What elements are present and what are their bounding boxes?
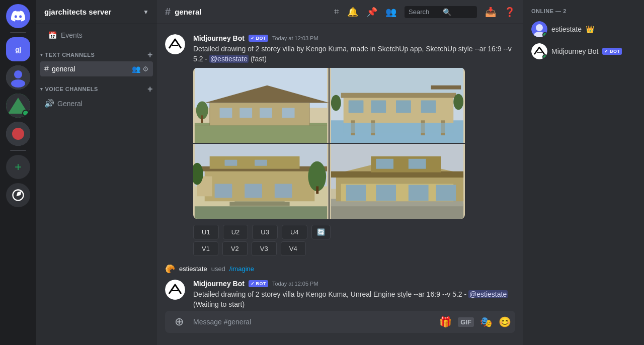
hashtag-header-icon[interactable]: ⌗ [334,7,339,17]
message-time-1: Today at 12:03 PM [272,35,318,41]
text-channels-category[interactable]: ▾ TEXT CHANNELS + [36,42,157,61]
channel-settings-icon[interactable]: ⚙ [142,65,149,73]
channel-name-label: general [52,65,75,73]
v4-button[interactable]: V4 [281,241,306,256]
channel-members-icon[interactable]: 👥 [132,65,140,73]
member-item-estiestate[interactable]: estiestate 👑 [527,18,640,40]
sidebar-content: 📅 Events ▾ TEXT CHANNELS + # general 👥 ⚙… [36,24,157,345]
add-server-button[interactable]: + [6,155,30,179]
image-grid-1[interactable] [193,68,465,219]
channel-title: general [175,8,201,16]
hash-icon: # [44,64,49,73]
server-avatar-3[interactable] [6,94,30,118]
svg-rect-34 [396,101,411,113]
calendar-icon: 📅 [48,31,57,39]
help-icon[interactable]: ❓ [504,7,515,18]
voice-channel-item-general[interactable]: 🔊 General [40,96,153,111]
v2-button[interactable]: V2 [222,241,248,256]
discover-button[interactable] [6,183,30,207]
channel-hash-icon: # [165,6,171,18]
input-actions: 🎁 GIF 🎭 😊 [439,316,511,328]
svg-rect-52 [255,160,267,166]
search-bar[interactable]: Search 🔍 [405,6,477,18]
emoji-icon[interactable]: 😊 [499,316,511,328]
bot-badge-1: ✓ BOT [249,35,268,42]
image-cell-tr [330,68,465,143]
category-chevron-icon: ▾ [40,52,43,57]
server-avatar-4[interactable] [6,122,30,146]
pin-icon[interactable]: 📌 [366,7,377,18]
message-content-1: Midjourney Bot ✓ BOT Today at 12:03 PM D… [193,34,515,258]
gift-icon[interactable]: 🎁 [439,316,452,328]
add-text-channel-button[interactable]: + [147,50,153,59]
server-name-header[interactable]: gjarchitects server ▼ [36,0,157,24]
server-divider-2 [10,150,26,151]
verified-check-icon-2: ✓ [251,281,255,286]
message-text-1: Detailed drawing of 2 storey villa by Ke… [193,44,515,64]
svg-point-2 [11,79,25,88]
v1-button[interactable]: V1 [193,241,218,256]
sticker-icon[interactable]: 🎭 [480,316,493,328]
voice-channels-category[interactable]: ▾ VOICE CHANNELS + [36,76,157,96]
svg-rect-69 [409,159,426,169]
svg-rect-48 [215,184,232,198]
sidebar-item-events[interactable]: 📅 Events [40,28,153,42]
context-message: 🥐 estiestate used /imagine [157,262,523,276]
mention-estiestate[interactable]: @estiestate [209,55,249,63]
message-input-field[interactable] [193,312,435,331]
message-header-1: Midjourney Bot ✓ BOT Today at 12:03 PM [193,34,515,42]
member-item-midjourney[interactable]: Midjourney Bot ✓ BOT [527,40,640,62]
refresh-button[interactable]: 🔄 [311,225,331,239]
add-voice-channel-button[interactable]: + [147,84,153,94]
image-cell-tl [193,68,329,143]
channel-actions: 👥 ⚙ [132,65,149,73]
image-cell-br [330,144,465,219]
svg-rect-27 [431,85,461,90]
inbox-icon[interactable]: 📥 [485,7,496,18]
online-header: ONLINE — 2 [527,8,640,14]
main-content: # general ⌗ 🔔 📌 👥 Search 🔍 📥 ❓ [157,0,523,345]
u1-button[interactable]: U1 [193,225,219,239]
midjourney-avatar-2 [165,280,185,300]
svg-marker-41 [195,206,327,219]
channel-item-general[interactable]: # general 👥 ⚙ [40,61,153,76]
attach-button[interactable]: ⊕ [169,311,189,333]
server-avatar-1[interactable]: gj [6,37,30,61]
bell-icon[interactable]: 🔔 [347,7,358,18]
u4-button[interactable]: U4 [282,225,307,239]
svg-point-37 [331,95,341,111]
u3-button[interactable]: U3 [252,225,278,239]
svg-rect-66 [409,185,429,201]
message-text-2: Detailed drawing of 2 storey villa by Ke… [193,290,515,309]
svg-rect-13 [220,108,232,118]
events-label: Events [61,31,83,39]
member-emoji-estiestate: 👑 [586,25,594,33]
discord-home-button[interactable] [6,4,30,28]
svg-rect-68 [376,159,393,169]
svg-rect-18 [201,116,203,123]
svg-rect-35 [421,101,436,113]
gif-button[interactable]: GIF [458,317,474,327]
context-command: /imagine [229,265,254,273]
server-avatar-2[interactable] [6,65,30,90]
server-name-label: gjarchitects server [44,8,111,16]
channel-header: # general ⌗ 🔔 📌 👥 Search 🔍 📥 ❓ [157,0,523,24]
v3-button[interactable]: V3 [252,241,277,256]
message-content-2: Midjourney Bot ✓ BOT Today at 12:05 PM D… [193,280,515,311]
right-sidebar: ONLINE — 2 estiestate 👑 Midjourney Bot ✓ [523,0,644,345]
svg-rect-32 [349,101,364,113]
svg-point-1 [14,70,22,78]
svg-point-73 [536,24,543,31]
context-username: estiestate [179,265,207,273]
svg-rect-14 [239,108,252,118]
svg-rect-15 [260,108,272,118]
members-icon[interactable]: 👥 [385,7,396,18]
messages-area: Midjourney Bot ✓ BOT Today at 12:03 PM D… [157,24,523,311]
bot-badge-2: ✓ BOT [249,280,268,287]
action-buttons-2: V1 V2 V3 V4 [193,241,515,256]
sidebar: gjarchitects server ▼ 📅 Events ▾ TEXT CH… [36,0,157,345]
mention-estiestate-2[interactable]: @estiestate [468,290,508,298]
message-author-1: Midjourney Bot [193,34,245,42]
online-dot-midjourney [542,54,547,59]
u2-button[interactable]: U2 [223,225,249,239]
